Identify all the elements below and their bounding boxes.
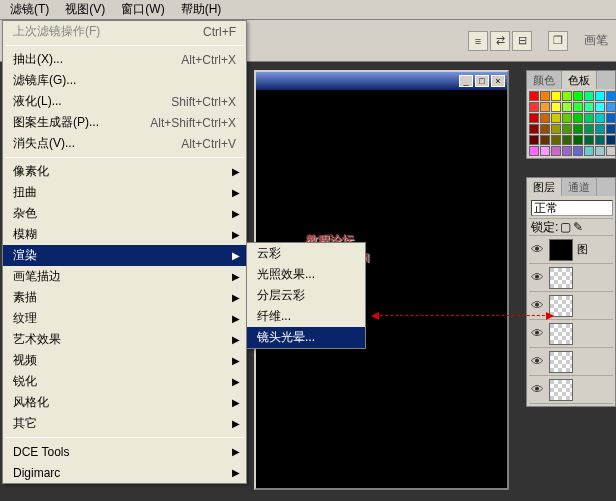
menu-item[interactable]: 其它▶ xyxy=(3,413,246,434)
menu-item[interactable]: DCE Tools▶ xyxy=(3,441,246,462)
swatch[interactable] xyxy=(562,113,572,123)
swatch[interactable] xyxy=(540,146,550,156)
layer-row[interactable]: 👁 xyxy=(529,348,613,376)
menu-item[interactable]: 光照效果... xyxy=(247,264,365,285)
swatch[interactable] xyxy=(606,135,616,145)
menu-item[interactable]: 视频▶ xyxy=(3,350,246,371)
swatch[interactable] xyxy=(551,124,561,134)
swatch[interactable] xyxy=(562,146,572,156)
swatch[interactable] xyxy=(551,102,561,112)
swatch[interactable] xyxy=(573,146,583,156)
swatch[interactable] xyxy=(540,135,550,145)
blend-mode-select[interactable]: 正常 xyxy=(531,200,613,216)
swatch[interactable] xyxy=(562,135,572,145)
menubar-item[interactable]: 窗口(W) xyxy=(113,0,172,20)
swatch[interactable] xyxy=(529,113,539,123)
menu-item[interactable]: 滤镜库(G)... xyxy=(3,70,246,91)
swatch[interactable] xyxy=(584,124,594,134)
menu-item[interactable]: Digimarc▶ xyxy=(3,462,246,483)
menu-item[interactable]: 艺术效果▶ xyxy=(3,329,246,350)
swatch[interactable] xyxy=(551,135,561,145)
lock-transparent-icon[interactable]: ▢ xyxy=(560,220,571,234)
swatch[interactable] xyxy=(573,102,583,112)
close-button[interactable]: × xyxy=(491,75,505,87)
menubar-item[interactable]: 滤镜(T) xyxy=(2,0,57,20)
menu-item[interactable]: 云彩 xyxy=(247,243,365,264)
layer-row[interactable]: 👁图 xyxy=(529,236,613,264)
swatch[interactable] xyxy=(573,91,583,101)
swatch[interactable] xyxy=(540,102,550,112)
menu-item[interactable]: 抽出(X)...Alt+Ctrl+X xyxy=(3,49,246,70)
swatch[interactable] xyxy=(551,146,561,156)
swatch[interactable] xyxy=(573,113,583,123)
swatch[interactable] xyxy=(606,124,616,134)
toggle-icon[interactable]: ≡ xyxy=(468,31,488,51)
tab-channels[interactable]: 通道 xyxy=(562,178,597,196)
swatch[interactable] xyxy=(584,91,594,101)
menu-last-filter[interactable]: 上次滤镜操作(F) Ctrl+F xyxy=(3,21,246,42)
align-icon[interactable]: ⊟ xyxy=(512,31,532,51)
menu-item[interactable]: 纤维... xyxy=(247,306,365,327)
menu-item[interactable]: 素描▶ xyxy=(3,287,246,308)
swatch[interactable] xyxy=(595,124,605,134)
swatch[interactable] xyxy=(606,146,616,156)
swatch[interactable] xyxy=(595,135,605,145)
swatch[interactable] xyxy=(540,124,550,134)
layer-row[interactable]: 👁 xyxy=(529,264,613,292)
swatch[interactable] xyxy=(584,113,594,123)
menu-item[interactable]: 镜头光晕... xyxy=(247,327,365,348)
menubar-item[interactable]: 视图(V) xyxy=(57,0,113,20)
tab-swatches[interactable]: 色板 xyxy=(562,71,597,89)
swatch[interactable] xyxy=(606,91,616,101)
menubar-item[interactable]: 帮助(H) xyxy=(173,0,230,20)
menu-item[interactable]: 像素化▶ xyxy=(3,161,246,182)
visibility-icon[interactable]: 👁 xyxy=(529,326,545,341)
maximize-button[interactable]: □ xyxy=(475,75,489,87)
swatch[interactable] xyxy=(529,91,539,101)
visibility-icon[interactable]: 👁 xyxy=(529,298,545,313)
swatch[interactable] xyxy=(595,91,605,101)
tab-layers[interactable]: 图层 xyxy=(527,178,562,196)
swatch[interactable] xyxy=(551,113,561,123)
menu-item[interactable]: 纹理▶ xyxy=(3,308,246,329)
palette-icon[interactable]: ❐ xyxy=(548,31,568,51)
menu-item[interactable]: 消失点(V)...Alt+Ctrl+V xyxy=(3,133,246,154)
menu-item[interactable]: 画笔描边▶ xyxy=(3,266,246,287)
swatch[interactable] xyxy=(606,102,616,112)
swatch[interactable] xyxy=(606,113,616,123)
minimize-button[interactable]: _ xyxy=(459,75,473,87)
swatch[interactable] xyxy=(562,91,572,101)
menu-item[interactable]: 杂色▶ xyxy=(3,203,246,224)
visibility-icon[interactable]: 👁 xyxy=(529,382,545,397)
visibility-icon[interactable]: 👁 xyxy=(529,270,545,285)
layer-row[interactable]: 👁 xyxy=(529,320,613,348)
menu-item[interactable]: 锐化▶ xyxy=(3,371,246,392)
swatch[interactable] xyxy=(562,102,572,112)
swatch[interactable] xyxy=(573,135,583,145)
swatch[interactable] xyxy=(573,124,583,134)
swatch[interactable] xyxy=(595,102,605,112)
menu-item[interactable]: 扭曲▶ xyxy=(3,182,246,203)
swatch[interactable] xyxy=(562,124,572,134)
swatch[interactable] xyxy=(540,91,550,101)
menu-item[interactable]: 风格化▶ xyxy=(3,392,246,413)
swatch[interactable] xyxy=(540,113,550,123)
menu-item[interactable]: 分层云彩 xyxy=(247,285,365,306)
visibility-icon[interactable]: 👁 xyxy=(529,354,545,369)
swatch[interactable] xyxy=(529,102,539,112)
swatch[interactable] xyxy=(529,135,539,145)
menu-item[interactable]: 渲染▶ xyxy=(3,245,246,266)
lock-paint-icon[interactable]: ✎ xyxy=(573,220,583,234)
visibility-icon[interactable]: 👁 xyxy=(529,242,545,257)
swap-icon[interactable]: ⇄ xyxy=(490,31,510,51)
swatch[interactable] xyxy=(551,91,561,101)
swatch[interactable] xyxy=(595,146,605,156)
menu-item[interactable]: 图案生成器(P)...Alt+Shift+Ctrl+X xyxy=(3,112,246,133)
menu-item[interactable]: 液化(L)...Shift+Ctrl+X xyxy=(3,91,246,112)
swatch[interactable] xyxy=(584,135,594,145)
swatch[interactable] xyxy=(595,113,605,123)
swatch[interactable] xyxy=(529,124,539,134)
menu-item[interactable]: 模糊▶ xyxy=(3,224,246,245)
swatch[interactable] xyxy=(584,146,594,156)
tab-colors[interactable]: 颜色 xyxy=(527,71,562,89)
